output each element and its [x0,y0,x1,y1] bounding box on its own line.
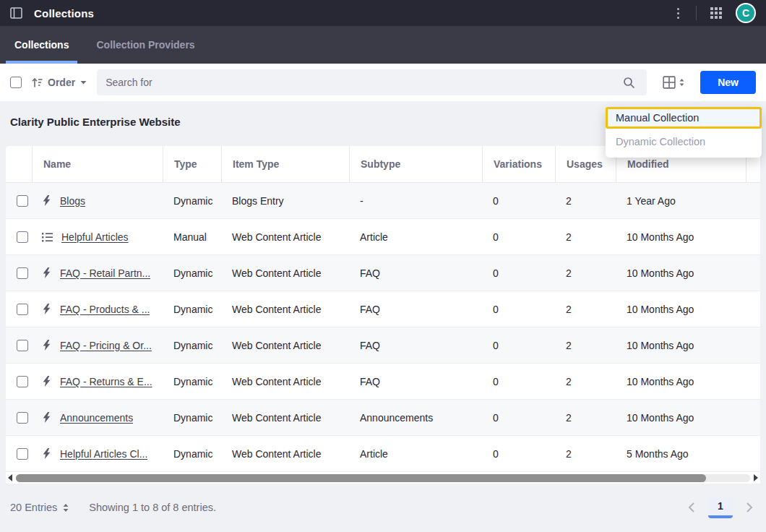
collection-name-link[interactable]: FAQ - Retail Partn... [60,267,150,279]
empty-cell [746,255,760,291]
new-button[interactable]: New [700,71,756,94]
modified-cell: 10 Months Ago [616,400,746,435]
table-row: Helpful ArticlesManualWeb Content Articl… [6,219,760,255]
item-type-cell: Web Content Article [221,255,349,291]
variations-cell: 0 [482,327,555,363]
row-checkbox[interactable] [17,267,28,279]
next-page-icon[interactable] [743,499,756,516]
column-header-subtype[interactable]: Subtype [349,146,482,182]
row-checkbox[interactable] [17,412,28,424]
avatar[interactable]: C [736,3,756,23]
usages-cell: 2 [555,364,616,399]
menu-item-dynamic-collection[interactable]: Dynamic Collection [606,131,762,153]
search-box [97,69,647,95]
subtype-cell: FAQ [349,364,482,399]
table-row: BlogsDynamicBlogs Entry-021 Year Ago [6,183,760,219]
table-row: AnnouncementsDynamicWeb Content ArticleA… [6,400,760,436]
usages-cell: 2 [555,400,616,435]
previous-page-icon[interactable] [685,499,698,516]
item-type-cell: Web Content Article [221,219,349,254]
usages-cell: 2 [555,291,616,327]
variations-cell: 0 [482,219,555,254]
row-checkbox[interactable] [17,340,28,351]
current-page-button[interactable]: 1 [708,497,733,518]
column-header-variations[interactable]: Variations [482,146,555,182]
subtype-cell: Announcements [349,400,482,435]
pagination-bar: 20 Entries Showing 1 to 8 of 8 entries. … [0,484,766,518]
app-title: Collections [34,7,94,20]
subtype-cell: Article [349,219,482,254]
modified-cell: 10 Months Ago [616,291,746,327]
caret-down-icon [80,80,87,85]
product-menu-icon[interactable] [10,7,22,19]
subtype-cell: FAQ [349,291,482,327]
subtype-cell: FAQ [349,327,482,363]
modified-cell: 10 Months Ago [616,219,746,254]
item-type-cell: Web Content Article [221,291,349,327]
collection-name-link[interactable]: Helpful Articles Cl... [60,448,147,460]
collection-name-link[interactable]: Announcements [60,412,133,424]
column-header-type[interactable]: Type [163,146,221,182]
empty-cell [746,327,760,363]
new-collection-dropdown: Manual CollectionDynamic Collection [606,107,762,158]
order-button[interactable]: Order [30,74,88,91]
tab-collection-providers[interactable]: Collection Providers [87,26,203,64]
item-type-cell: Web Content Article [221,436,349,471]
collection-name-link[interactable]: FAQ - Returns & E... [60,376,152,387]
pagination-controls: 1 [685,497,756,518]
scroll-right-arrow[interactable] [754,474,758,481]
applications-menu-icon[interactable] [709,6,723,20]
row-checkbox[interactable] [17,231,28,243]
entries-per-page-selector[interactable]: 20 Entries [10,502,69,513]
menu-item-manual-collection[interactable]: Manual Collection [606,107,762,129]
variations-cell: 0 [482,364,555,399]
row-checkbox[interactable] [17,195,28,207]
scrollbar-thumb[interactable] [16,474,706,482]
sort-order-icon [32,77,43,88]
select-all-checkbox[interactable] [10,77,22,88]
type-cell: Dynamic [163,291,221,327]
variations-cell: 0 [482,183,555,218]
bolt-icon [42,448,51,459]
column-header-name[interactable]: Name [32,146,163,182]
search-input[interactable] [106,77,620,88]
bolt-icon [42,340,51,351]
scrollbar-track[interactable] [16,474,750,482]
display-style-selector[interactable] [660,74,687,91]
type-cell: Dynamic [163,400,221,435]
usages-cell: 2 [555,436,616,471]
management-toolbar: Order New [0,64,766,101]
subtype-cell: - [349,183,482,218]
entries-label: 20 Entries [10,502,57,513]
scroll-left-arrow[interactable] [8,474,12,481]
item-type-cell: Blogs Entry [221,183,349,218]
table-row: Helpful Articles Cl...DynamicWeb Content… [6,436,760,472]
list-icon [42,232,53,242]
collection-name-link[interactable]: Blogs [60,195,85,207]
collection-name-link[interactable]: FAQ - Pricing & Or... [60,340,152,351]
search-icon[interactable] [620,75,638,90]
collections-table: NameTypeItem TypeSubtypeVariationsUsages… [6,146,760,472]
variations-cell: 0 [482,291,555,327]
collection-name-link[interactable]: FAQ - Products & ... [60,304,150,315]
tab-collections[interactable]: Collections [6,26,77,64]
row-checkbox[interactable] [17,304,28,315]
modified-cell: 10 Months Ago [616,255,746,291]
row-checkbox[interactable] [17,448,28,460]
table-row: FAQ - Products & ...DynamicWeb Content A… [6,291,760,327]
horizontal-scrollbar [6,472,760,484]
modified-cell: 5 Months Ago [616,436,746,471]
top-navbar: Collections C [0,0,766,26]
item-type-cell: Web Content Article [221,400,349,435]
table-row: FAQ - Retail Partn...DynamicWeb Content … [6,255,760,291]
selector-caret-icon [679,78,684,87]
empty-cell [746,364,760,399]
kebab-menu-icon[interactable] [673,5,684,22]
modified-cell: 10 Months Ago [616,364,746,399]
collection-name-link[interactable]: Helpful Articles [61,231,129,243]
bolt-icon [42,376,51,387]
row-checkbox[interactable] [17,376,28,387]
selector-caret-icon [63,503,69,512]
subtype-cell: Article [349,436,482,471]
column-header-item-type[interactable]: Item Type [221,146,349,182]
